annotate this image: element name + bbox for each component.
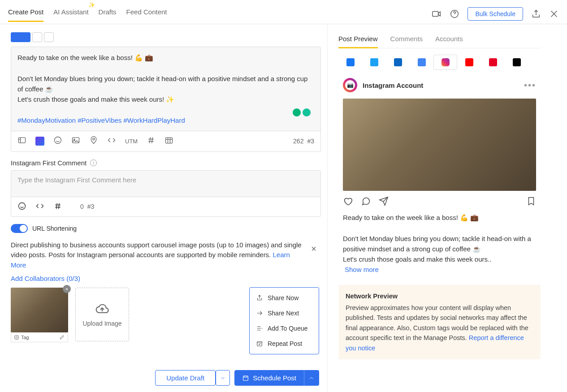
first-comment-label: Instagram First Comment i bbox=[11, 159, 321, 167]
cloud-upload-icon bbox=[95, 302, 109, 316]
embed-icon[interactable] bbox=[107, 136, 116, 147]
tab-feed-content[interactable]: Feed Content bbox=[126, 5, 167, 22]
remove-media-icon[interactable]: × bbox=[63, 285, 71, 293]
main-tabs: Create Post AI Assistant Drafts Feed Con… bbox=[8, 5, 167, 22]
show-more-link[interactable]: Show more bbox=[343, 266, 379, 273]
net-facebook[interactable] bbox=[338, 55, 362, 70]
net-instagram[interactable] bbox=[433, 55, 457, 70]
hashtag-icon[interactable] bbox=[147, 136, 156, 147]
tab-accounts[interactable]: Accounts bbox=[435, 32, 463, 48]
net-twitter[interactable] bbox=[362, 55, 386, 70]
svg-rect-11 bbox=[257, 341, 262, 346]
net-youtube[interactable] bbox=[457, 55, 481, 70]
share-now-item[interactable]: Share Now bbox=[250, 290, 319, 306]
dismiss-info-icon[interactable]: × bbox=[311, 242, 316, 255]
editor-line: Let's crush those goals and make this we… bbox=[17, 94, 314, 104]
editor-line: Ready to take on the week like a boss! 💪… bbox=[17, 52, 314, 63]
main-content: Ready to take on the week like a boss! 💪… bbox=[0, 24, 567, 392]
network-pill-active[interactable] bbox=[11, 32, 30, 42]
svg-point-3 bbox=[55, 137, 61, 143]
top-bar: Create Post AI Assistant Drafts Feed Con… bbox=[0, 0, 567, 24]
url-shortening-label: URL Shortening bbox=[32, 225, 77, 232]
editor-line: Don't let Monday blues bring you down; t… bbox=[17, 73, 314, 95]
net-pinterest[interactable] bbox=[481, 55, 505, 70]
first-comment-input[interactable]: Type the Instagram First Comment here bbox=[11, 170, 321, 197]
schedule-dropdown: Share Now Share Next Add To Queue Repeat… bbox=[249, 287, 319, 354]
notice-title: Network Preview bbox=[346, 291, 533, 301]
tab-create-post[interactable]: Create Post bbox=[8, 5, 43, 22]
hash-count: #3 bbox=[307, 138, 314, 145]
schedule-post-button[interactable]: Schedule Post bbox=[234, 370, 304, 386]
repeat-post-item[interactable]: Repeat Post bbox=[250, 336, 319, 351]
compose-panel: Ready to take on the week like a boss! 💪… bbox=[0, 24, 327, 392]
canva-icon[interactable] bbox=[35, 137, 44, 146]
hashtag-icon[interactable] bbox=[53, 202, 62, 212]
help-icon[interactable] bbox=[450, 9, 459, 19]
tag-label[interactable]: Tag bbox=[21, 335, 29, 340]
utm-button[interactable]: UTM bbox=[125, 138, 138, 145]
svg-point-10 bbox=[16, 336, 17, 338]
net-tiktok[interactable] bbox=[505, 55, 528, 70]
first-comment-toolbar: 0 #3 bbox=[11, 197, 321, 217]
thumbnail-footer: Tag bbox=[11, 332, 68, 342]
image-icon[interactable] bbox=[71, 136, 80, 147]
network-preview-row bbox=[338, 55, 541, 70]
preview-header: 📷 Instagram Account ••• bbox=[343, 78, 536, 92]
svg-point-8 bbox=[19, 202, 26, 209]
share-next-item[interactable]: Share Next bbox=[250, 306, 319, 321]
editor-toolbar: UTM 262 #3 bbox=[11, 131, 321, 152]
network-pill[interactable] bbox=[32, 32, 42, 42]
caption-line: Don't let Monday blues bring you down; t… bbox=[343, 233, 536, 254]
calendar-grid-icon[interactable] bbox=[164, 136, 173, 147]
edit-pencil-icon[interactable] bbox=[59, 334, 65, 340]
tab-drafts[interactable]: Drafts bbox=[99, 5, 117, 22]
instagram-avatar-icon: 📷 bbox=[343, 78, 357, 92]
caption-line: Ready to take on the week like a boss! 💪… bbox=[343, 212, 536, 223]
bottom-actions: Update Draft Schedule Post bbox=[155, 370, 319, 386]
svg-rect-2 bbox=[19, 138, 26, 143]
info-icon[interactable]: i bbox=[90, 159, 97, 166]
tab-ai-assistant[interactable]: AI Assistant bbox=[53, 5, 88, 22]
char-count: 262 bbox=[293, 138, 303, 145]
net-linkedin[interactable] bbox=[386, 55, 410, 70]
emoji-icon[interactable] bbox=[53, 136, 62, 147]
caption-line: Let's crush those goals and make this we… bbox=[343, 254, 536, 264]
location-icon[interactable] bbox=[89, 136, 98, 147]
bulk-schedule-button[interactable]: Bulk Schedule bbox=[467, 7, 523, 21]
fc-hash-count: #3 bbox=[87, 203, 95, 210]
post-editor[interactable]: Ready to take on the week like a boss! 💪… bbox=[11, 47, 321, 131]
add-collaborators-link[interactable]: Add Collaborators (0/3) bbox=[11, 275, 321, 282]
schedule-post-caret[interactable] bbox=[304, 370, 319, 386]
media-tool-icon[interactable] bbox=[17, 136, 26, 147]
bookmark-icon[interactable] bbox=[526, 196, 536, 206]
embed-icon[interactable] bbox=[35, 202, 44, 212]
add-queue-item[interactable]: Add To Queue bbox=[250, 321, 319, 336]
upload-image-box[interactable]: Upload Image bbox=[75, 288, 129, 341]
update-draft-button[interactable]: Update Draft bbox=[155, 370, 216, 386]
publishing-info-text: Direct publishing to business accounts s… bbox=[11, 241, 302, 259]
first-comment-label-text: Instagram First Comment bbox=[11, 159, 87, 167]
send-icon[interactable] bbox=[379, 196, 389, 206]
share-out-icon[interactable] bbox=[531, 9, 541, 19]
grammarly-widget[interactable] bbox=[291, 108, 311, 119]
net-gmb[interactable] bbox=[410, 55, 433, 70]
media-thumbnail[interactable]: × Tag bbox=[11, 288, 68, 342]
more-dots-icon[interactable]: ••• bbox=[524, 80, 536, 90]
comment-icon[interactable] bbox=[361, 196, 371, 206]
url-shortening-toggle[interactable] bbox=[11, 224, 28, 233]
network-pill[interactable] bbox=[44, 32, 54, 42]
emoji-icon[interactable] bbox=[17, 202, 26, 212]
update-draft-caret[interactable] bbox=[216, 370, 230, 386]
svg-rect-0 bbox=[433, 11, 438, 16]
publishing-info: Direct publishing to business accounts s… bbox=[11, 240, 321, 271]
close-icon[interactable] bbox=[549, 9, 559, 19]
preview-panel: Post Preview Comments Accounts 📷 Instagr… bbox=[327, 24, 551, 392]
fc-char-count: 0 bbox=[80, 203, 84, 210]
video-icon[interactable] bbox=[432, 9, 441, 19]
svg-rect-7 bbox=[166, 138, 173, 143]
heart-icon[interactable] bbox=[343, 196, 353, 206]
url-shortening-row: URL Shortening bbox=[11, 224, 321, 233]
tab-post-preview[interactable]: Post Preview bbox=[338, 32, 378, 48]
thumbnail-image bbox=[11, 288, 68, 332]
tab-comments[interactable]: Comments bbox=[390, 32, 423, 48]
